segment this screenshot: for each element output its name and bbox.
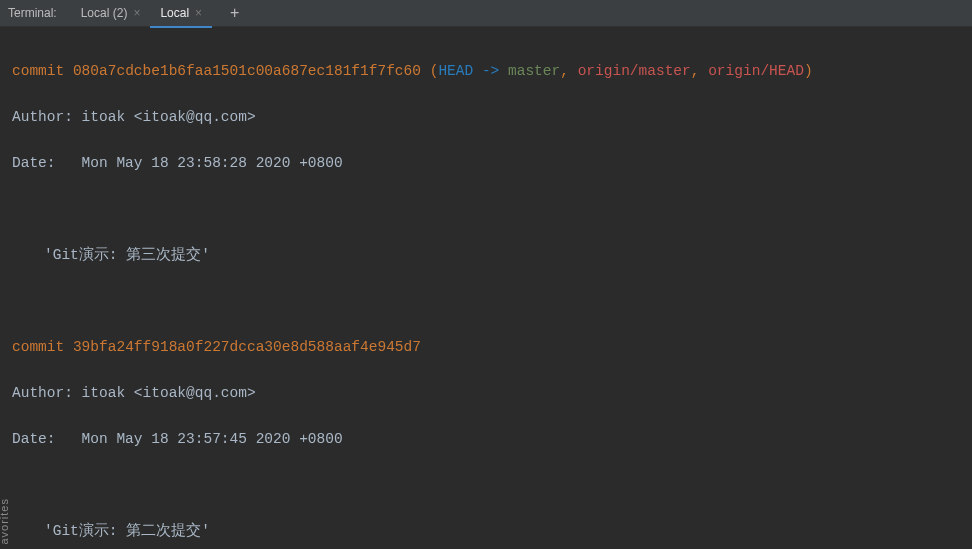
remote-ref: origin/HEAD xyxy=(708,63,804,79)
commit-line: commit 39bfa24ff918a0f227dcca30e8d588aaf… xyxy=(12,336,960,359)
terminal-label: Terminal: xyxy=(8,6,57,20)
paren: ) xyxy=(804,63,813,79)
commit-word: commit xyxy=(12,63,73,79)
paren: ( xyxy=(421,63,438,79)
date-line: Date: Mon May 18 23:57:45 2020 +0800 xyxy=(12,428,960,451)
tab-local[interactable]: Local × xyxy=(150,0,212,27)
tab-label: Local (2) xyxy=(81,6,128,20)
terminal-tab-bar: Terminal: Local (2) × Local × + xyxy=(0,0,972,27)
add-tab-button[interactable]: + xyxy=(224,4,245,22)
tab-local-2[interactable]: Local (2) × xyxy=(71,0,151,27)
author-line: Author: itoak <itoak@qq.com> xyxy=(12,382,960,405)
commit-word: commit xyxy=(12,339,73,355)
terminal-output[interactable]: commit 080a7cdcbe1b6faa1501c00a687ec181f… xyxy=(0,27,972,549)
commit-message: 'Git演示: 第二次提交' xyxy=(12,520,960,543)
local-branch: master xyxy=(508,63,560,79)
tab-label: Local xyxy=(160,6,189,20)
comma: , xyxy=(691,63,708,79)
commit-hash: 39bfa24ff918a0f227dcca30e8d588aaf4e945d7 xyxy=(73,339,421,355)
close-icon[interactable]: × xyxy=(195,7,202,19)
close-icon[interactable]: × xyxy=(133,7,140,19)
commit-line: commit 080a7cdcbe1b6faa1501c00a687ec181f… xyxy=(12,60,960,83)
date-line: Date: Mon May 18 23:58:28 2020 +0800 xyxy=(12,152,960,175)
remote-ref: origin/master xyxy=(578,63,691,79)
commit-message: 'Git演示: 第三次提交' xyxy=(12,244,960,267)
author-line: Author: itoak <itoak@qq.com> xyxy=(12,106,960,129)
head-ref: HEAD -> xyxy=(438,63,508,79)
favorites-side-tab[interactable]: avorites xyxy=(0,498,10,545)
commit-hash: 080a7cdcbe1b6faa1501c00a687ec181f1f7fc60 xyxy=(73,63,421,79)
comma: , xyxy=(560,63,577,79)
